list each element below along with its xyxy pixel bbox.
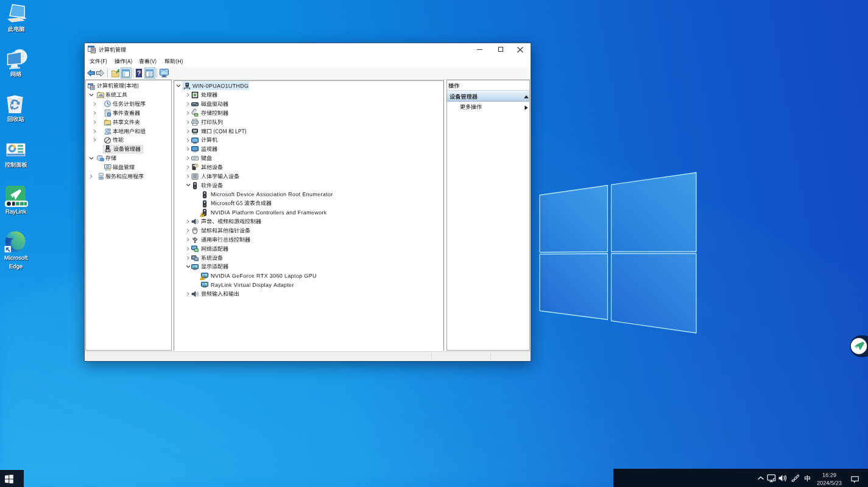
svg-text:?: ? [137, 69, 141, 76]
